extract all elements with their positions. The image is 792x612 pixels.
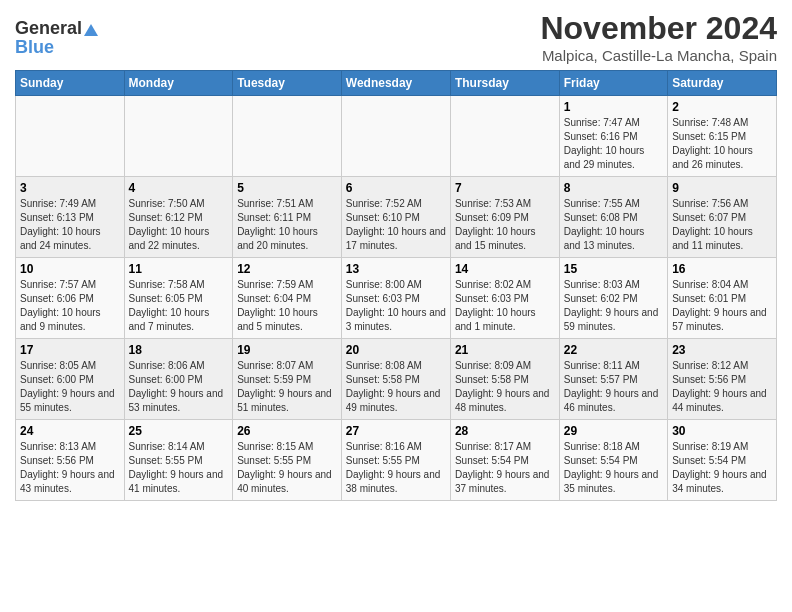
header: General Blue November 2024 Malpica, Cast… [15,10,777,64]
day-info: Sunrise: 8:11 AM Sunset: 5:57 PM Dayligh… [564,359,663,415]
calendar-cell: 6Sunrise: 7:52 AM Sunset: 6:10 PM Daylig… [341,177,450,258]
calendar-cell: 22Sunrise: 8:11 AM Sunset: 5:57 PM Dayli… [559,339,667,420]
calendar-cell: 18Sunrise: 8:06 AM Sunset: 6:00 PM Dayli… [124,339,233,420]
logo: General Blue [15,18,98,58]
day-number: 19 [237,343,337,357]
day-info: Sunrise: 7:57 AM Sunset: 6:06 PM Dayligh… [20,278,120,334]
calendar-cell: 27Sunrise: 8:16 AM Sunset: 5:55 PM Dayli… [341,420,450,501]
calendar-cell: 9Sunrise: 7:56 AM Sunset: 6:07 PM Daylig… [668,177,777,258]
day-info: Sunrise: 7:58 AM Sunset: 6:05 PM Dayligh… [129,278,229,334]
calendar-week-row: 1Sunrise: 7:47 AM Sunset: 6:16 PM Daylig… [16,96,777,177]
day-number: 28 [455,424,555,438]
day-number: 24 [20,424,120,438]
day-number: 4 [129,181,229,195]
day-number: 14 [455,262,555,276]
day-number: 16 [672,262,772,276]
day-number: 5 [237,181,337,195]
calendar-week-row: 24Sunrise: 8:13 AM Sunset: 5:56 PM Dayli… [16,420,777,501]
calendar-week-row: 17Sunrise: 8:05 AM Sunset: 6:00 PM Dayli… [16,339,777,420]
weekday-header: Wednesday [341,71,450,96]
calendar-cell: 4Sunrise: 7:50 AM Sunset: 6:12 PM Daylig… [124,177,233,258]
calendar-week-row: 3Sunrise: 7:49 AM Sunset: 6:13 PM Daylig… [16,177,777,258]
calendar-cell: 12Sunrise: 7:59 AM Sunset: 6:04 PM Dayli… [233,258,342,339]
month-title: November 2024 [540,10,777,47]
day-info: Sunrise: 8:12 AM Sunset: 5:56 PM Dayligh… [672,359,772,415]
calendar-cell: 3Sunrise: 7:49 AM Sunset: 6:13 PM Daylig… [16,177,125,258]
weekday-header: Sunday [16,71,125,96]
day-info: Sunrise: 8:13 AM Sunset: 5:56 PM Dayligh… [20,440,120,496]
day-number: 10 [20,262,120,276]
day-info: Sunrise: 8:03 AM Sunset: 6:02 PM Dayligh… [564,278,663,334]
calendar-cell [16,96,125,177]
day-info: Sunrise: 7:47 AM Sunset: 6:16 PM Dayligh… [564,116,663,172]
day-number: 1 [564,100,663,114]
day-info: Sunrise: 7:59 AM Sunset: 6:04 PM Dayligh… [237,278,337,334]
day-info: Sunrise: 7:56 AM Sunset: 6:07 PM Dayligh… [672,197,772,253]
day-number: 26 [237,424,337,438]
day-info: Sunrise: 7:50 AM Sunset: 6:12 PM Dayligh… [129,197,229,253]
logo-triangle-icon [84,24,98,36]
day-info: Sunrise: 8:02 AM Sunset: 6:03 PM Dayligh… [455,278,555,334]
calendar-cell: 16Sunrise: 8:04 AM Sunset: 6:01 PM Dayli… [668,258,777,339]
day-info: Sunrise: 8:15 AM Sunset: 5:55 PM Dayligh… [237,440,337,496]
day-number: 23 [672,343,772,357]
day-number: 11 [129,262,229,276]
day-number: 27 [346,424,446,438]
logo-blue-text: Blue [15,37,54,58]
calendar-cell: 14Sunrise: 8:02 AM Sunset: 6:03 PM Dayli… [450,258,559,339]
calendar-cell: 10Sunrise: 7:57 AM Sunset: 6:06 PM Dayli… [16,258,125,339]
day-number: 18 [129,343,229,357]
calendar-cell: 11Sunrise: 7:58 AM Sunset: 6:05 PM Dayli… [124,258,233,339]
day-info: Sunrise: 8:07 AM Sunset: 5:59 PM Dayligh… [237,359,337,415]
calendar-cell: 19Sunrise: 8:07 AM Sunset: 5:59 PM Dayli… [233,339,342,420]
calendar-cell: 21Sunrise: 8:09 AM Sunset: 5:58 PM Dayli… [450,339,559,420]
day-number: 20 [346,343,446,357]
day-number: 13 [346,262,446,276]
calendar-cell: 17Sunrise: 8:05 AM Sunset: 6:00 PM Dayli… [16,339,125,420]
day-info: Sunrise: 7:49 AM Sunset: 6:13 PM Dayligh… [20,197,120,253]
weekday-header: Friday [559,71,667,96]
calendar-cell: 29Sunrise: 8:18 AM Sunset: 5:54 PM Dayli… [559,420,667,501]
calendar-header: SundayMondayTuesdayWednesdayThursdayFrid… [16,71,777,96]
calendar-cell [124,96,233,177]
day-number: 29 [564,424,663,438]
day-number: 22 [564,343,663,357]
calendar-week-row: 10Sunrise: 7:57 AM Sunset: 6:06 PM Dayli… [16,258,777,339]
calendar-table: SundayMondayTuesdayWednesdayThursdayFrid… [15,70,777,501]
day-info: Sunrise: 8:04 AM Sunset: 6:01 PM Dayligh… [672,278,772,334]
day-number: 8 [564,181,663,195]
location-title: Malpica, Castille-La Mancha, Spain [540,47,777,64]
day-info: Sunrise: 8:16 AM Sunset: 5:55 PM Dayligh… [346,440,446,496]
day-info: Sunrise: 7:53 AM Sunset: 6:09 PM Dayligh… [455,197,555,253]
calendar-cell: 2Sunrise: 7:48 AM Sunset: 6:15 PM Daylig… [668,96,777,177]
calendar-cell: 13Sunrise: 8:00 AM Sunset: 6:03 PM Dayli… [341,258,450,339]
day-number: 17 [20,343,120,357]
day-number: 9 [672,181,772,195]
day-number: 12 [237,262,337,276]
weekday-header: Tuesday [233,71,342,96]
day-info: Sunrise: 8:14 AM Sunset: 5:55 PM Dayligh… [129,440,229,496]
day-info: Sunrise: 7:48 AM Sunset: 6:15 PM Dayligh… [672,116,772,172]
calendar-cell: 5Sunrise: 7:51 AM Sunset: 6:11 PM Daylig… [233,177,342,258]
day-number: 7 [455,181,555,195]
calendar-cell: 8Sunrise: 7:55 AM Sunset: 6:08 PM Daylig… [559,177,667,258]
day-info: Sunrise: 8:00 AM Sunset: 6:03 PM Dayligh… [346,278,446,334]
day-number: 21 [455,343,555,357]
day-info: Sunrise: 8:09 AM Sunset: 5:58 PM Dayligh… [455,359,555,415]
calendar-cell: 15Sunrise: 8:03 AM Sunset: 6:02 PM Dayli… [559,258,667,339]
day-info: Sunrise: 8:17 AM Sunset: 5:54 PM Dayligh… [455,440,555,496]
weekday-header: Saturday [668,71,777,96]
day-info: Sunrise: 8:18 AM Sunset: 5:54 PM Dayligh… [564,440,663,496]
day-number: 2 [672,100,772,114]
calendar-cell: 24Sunrise: 8:13 AM Sunset: 5:56 PM Dayli… [16,420,125,501]
title-area: November 2024 Malpica, Castille-La Manch… [540,10,777,64]
logo-general-text: General [15,18,82,39]
calendar-cell: 30Sunrise: 8:19 AM Sunset: 5:54 PM Dayli… [668,420,777,501]
day-number: 30 [672,424,772,438]
calendar-cell: 25Sunrise: 8:14 AM Sunset: 5:55 PM Dayli… [124,420,233,501]
calendar-cell: 1Sunrise: 7:47 AM Sunset: 6:16 PM Daylig… [559,96,667,177]
day-info: Sunrise: 7:55 AM Sunset: 6:08 PM Dayligh… [564,197,663,253]
weekday-header: Thursday [450,71,559,96]
day-info: Sunrise: 7:52 AM Sunset: 6:10 PM Dayligh… [346,197,446,253]
day-info: Sunrise: 7:51 AM Sunset: 6:11 PM Dayligh… [237,197,337,253]
